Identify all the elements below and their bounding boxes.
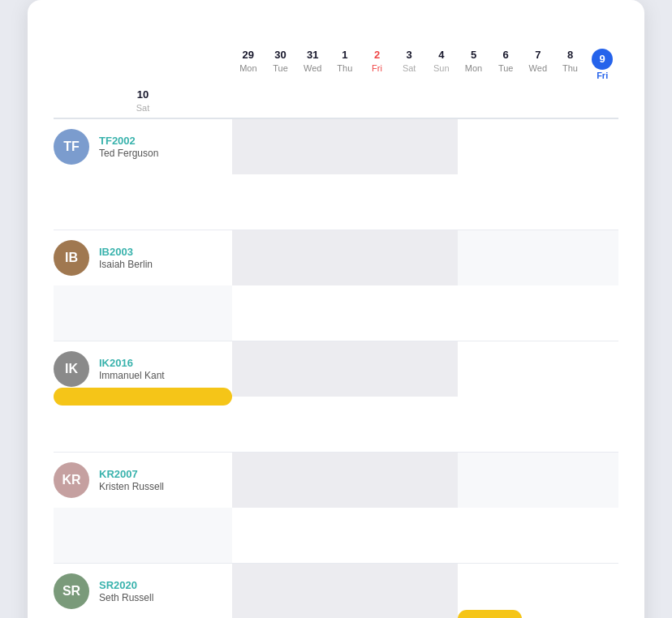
day-label-29: Mon (239, 63, 256, 73)
person-info-IB2003: IBIB2003Isaiah Berlin (54, 232, 232, 284)
day-cell-7 (425, 564, 458, 618)
day-cell-11 (554, 341, 587, 397)
day-cell-8 (458, 230, 490, 285)
day-cell-12 (586, 230, 618, 285)
day-cell-11 (554, 453, 587, 508)
day-num-6: 6 (503, 49, 509, 62)
person-code: IK2016 (99, 357, 165, 369)
day-label-9: Fri (597, 71, 608, 80)
day-cell-10 (522, 119, 554, 174)
day-cell-2 (265, 119, 297, 174)
day-cell-4 (329, 564, 361, 618)
table-row: IKIK2016Immanuel Kant (54, 341, 618, 453)
day-cell-1 (232, 564, 265, 618)
day-cell-5 (361, 564, 394, 618)
day-header-3: 3Sat (393, 45, 425, 85)
day-header-10: 10Sat (54, 85, 232, 118)
day-label-2: Fri (372, 63, 382, 73)
day-cell-9 (489, 230, 522, 285)
day-cell-3 (296, 230, 329, 285)
day-header-1: 1Thu (329, 45, 361, 85)
day-num-1: 1 (342, 49, 347, 62)
person-name: Seth Russell (99, 592, 153, 603)
table-row: KRKR2007Kristen Russell (54, 453, 618, 564)
day-cell-13 (54, 174, 232, 230)
day-num-29: 29 (243, 49, 254, 62)
calendar-wrapper: 29Mon30Tue31Wed1Thu2Fri3Sat4Sun5Mon6Tue7… (54, 45, 618, 618)
day-header-30: 30Tue (265, 45, 297, 85)
person-name: Kristen Russell (99, 481, 164, 492)
day-cell-12 (586, 119, 618, 174)
day-num-8: 8 (567, 49, 573, 62)
day-label-1: Thu (337, 63, 352, 73)
day-cell-6 (393, 341, 425, 397)
day-cell-3 (296, 453, 329, 508)
day-cell-7 (425, 341, 458, 397)
day-label-5: Mon (465, 63, 482, 73)
day-cell-10 (522, 230, 554, 285)
day-cell-5 (361, 341, 394, 397)
day-header-4: 4Sun (425, 45, 458, 85)
day-header-5: 5Mon (458, 45, 490, 85)
day-cell-9 (489, 119, 522, 174)
day-header-31: 31Wed (296, 45, 329, 85)
day-cell-3 (296, 341, 329, 397)
day-cell-11 (554, 230, 587, 285)
day-cell-4 (329, 230, 361, 285)
day-cell-10 (522, 564, 554, 618)
avatar: SR (54, 573, 89, 609)
day-cell-8 (458, 341, 490, 397)
day-label-8: Thu (562, 63, 578, 73)
avatar: IB (54, 240, 89, 276)
day-header-9: 9Fri (586, 45, 618, 85)
day-header-6: 6Tue (489, 45, 522, 85)
day-cell-3 (296, 564, 329, 618)
day-cell-11 (554, 119, 587, 174)
day-cell-12 (586, 453, 618, 508)
person-code: KR2007 (99, 468, 164, 480)
day-label-30: Tue (273, 63, 288, 73)
day-cell-2 (265, 230, 297, 285)
day-cell-1 (232, 453, 265, 508)
person-code: IB2003 (99, 246, 153, 258)
day-cell-6 (393, 119, 425, 174)
day-label-3: Sat (403, 63, 416, 73)
prev-button[interactable] (63, 26, 73, 29)
day-header-29: 29Mon (232, 45, 265, 85)
day-label-6: Tue (498, 63, 514, 73)
day-cell-13 (54, 285, 232, 341)
day-num-10: 10 (137, 88, 149, 102)
day-cell-10 (522, 341, 554, 397)
person-text: KR2007Kristen Russell (99, 468, 164, 492)
next-button[interactable] (83, 26, 93, 29)
day-cell-7 (425, 453, 458, 508)
person-info-SR2020: SRSR2020Seth Russell (54, 565, 232, 617)
day-cell-6 (393, 453, 425, 508)
day-cell-5 (361, 453, 394, 508)
day-num-3: 3 (407, 49, 412, 62)
person-text: IB2003Isaiah Berlin (99, 246, 153, 270)
day-cell-2 (265, 564, 297, 618)
day-cell-7 (425, 119, 458, 174)
day-cell-2 (265, 453, 297, 508)
day-num-31: 31 (307, 49, 318, 62)
calendar-header (54, 26, 618, 29)
person-text: SR2020Seth Russell (99, 579, 153, 603)
day-label-31: Wed (304, 63, 321, 73)
person-text: TF2002Ted Ferguson (99, 135, 158, 159)
day-cell-1 (232, 230, 265, 285)
day-cell-4 (329, 453, 361, 508)
day-header-2: 2Fri (361, 45, 394, 85)
gantt-bar (458, 610, 522, 618)
day-headers: 29Mon30Tue31Wed1Thu2Fri3Sat4Sun5Mon6Tue7… (54, 45, 618, 119)
day-num-2: 2 (374, 49, 380, 62)
avatar: IK (54, 351, 89, 387)
main-card: 29Mon30Tue31Wed1Thu2Fri3Sat4Sun5Mon6Tue7… (28, 0, 644, 618)
day-cell-5 (361, 230, 394, 285)
day-cell-4 (329, 119, 361, 174)
person-name: Isaiah Berlin (99, 259, 153, 270)
day-header-7: 7Wed (522, 45, 554, 85)
table-row: IBIB2003Isaiah Berlin (54, 230, 618, 341)
gantt-bar (54, 388, 232, 406)
day-cell-9 (489, 453, 522, 508)
